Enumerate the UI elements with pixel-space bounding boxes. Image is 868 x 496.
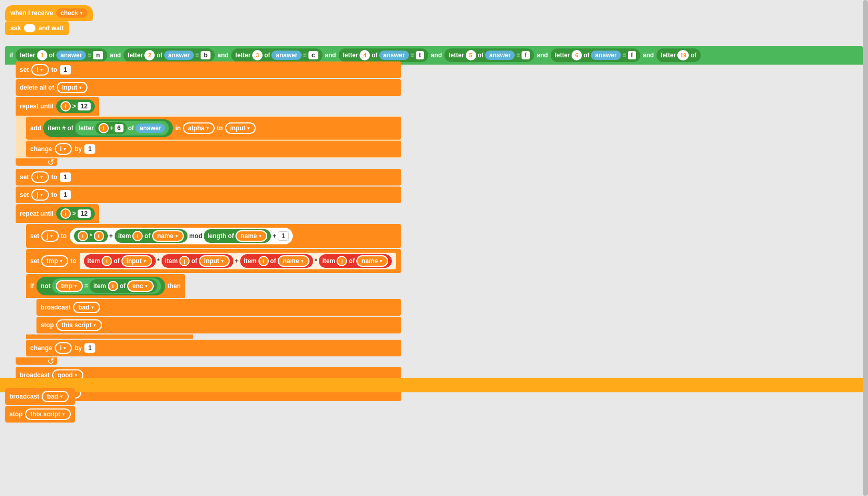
and-wait-label: and wait	[39, 24, 64, 32]
answer-pill-2[interactable]: answer	[164, 51, 194, 60]
set-j-1-block[interactable]: set j▼ to 1	[16, 187, 401, 203]
set-i-1-block[interactable]: set i▼ to 1	[16, 61, 401, 78]
when-receive-block[interactable]: when I receive check ▼	[5, 5, 93, 21]
stop-this-script-block-3[interactable]: stop this script▼	[5, 406, 75, 423]
scratch-canvas: when I receive check ▼ ask and wait if l…	[0, 0, 868, 496]
letter-3-expr[interactable]: letter 3 of answer = c	[231, 48, 323, 62]
broadcast-bad-block-2[interactable]: broadcast bad▼	[5, 388, 75, 405]
change-i-1-block[interactable]: change i▼ by 1	[26, 141, 401, 157]
repeat-until-block-2[interactable]: repeat until i > 12 set j▼ to	[16, 204, 401, 365]
letter-19-expr[interactable]: letter 19 of	[656, 48, 701, 62]
letter-4-expr[interactable]: letter 4 of answer = t	[339, 48, 428, 62]
set-j-expr-block[interactable]: set j▼ to i * i +	[26, 224, 401, 248]
change-i-1-block-2[interactable]: change i▼ by 1	[26, 340, 401, 356]
j-expr[interactable]: i * i + item i of name▼	[69, 227, 294, 245]
item-expr[interactable]: item # of letter i + 6 of answer	[43, 119, 173, 137]
letter-6-expr[interactable]: letter 6 of answer = f	[551, 48, 640, 62]
big-if-bottom-bar	[0, 378, 868, 392]
broadcast-bad-block-1[interactable]: broadcast bad▼	[36, 299, 401, 316]
repeat-until-block-1[interactable]: repeat until i > 12 add item # of	[16, 97, 401, 166]
delete-all-input-block[interactable]: delete all of input▼	[16, 79, 401, 96]
check-dropdown[interactable]: check ▼	[56, 8, 88, 18]
set-tmp-block[interactable]: set tmp▼ to item i of input▼	[26, 249, 401, 273]
answer-pill-6[interactable]: answer	[591, 51, 621, 60]
scrollbar[interactable]	[863, 0, 868, 496]
add-block[interactable]: add item # of letter i + 6	[26, 117, 401, 140]
letter-2-expr[interactable]: letter 2 of answer = b	[123, 48, 215, 62]
answer-pill-1[interactable]: answer	[56, 51, 86, 60]
tmp-expr[interactable]: item i of input▼ * item j of	[79, 252, 397, 270]
letter-1-expr[interactable]: letter 1 of answer = n	[16, 48, 107, 62]
set-i-1-block-2[interactable]: set i▼ to 1	[16, 169, 401, 185]
stop-this-script-block-1[interactable]: stop this script▼	[36, 317, 401, 333]
answer-pill-3[interactable]: answer	[271, 51, 301, 60]
ask-label: ask	[10, 24, 21, 32]
answer-pill-5[interactable]: answer	[485, 51, 515, 60]
answer-pill-4[interactable]: answer	[379, 51, 409, 60]
ask-oval	[24, 24, 35, 32]
if-not-block[interactable]: if not tmp▼ =	[26, 274, 401, 339]
letter-5-expr[interactable]: letter 5 of answer = f	[444, 48, 534, 62]
